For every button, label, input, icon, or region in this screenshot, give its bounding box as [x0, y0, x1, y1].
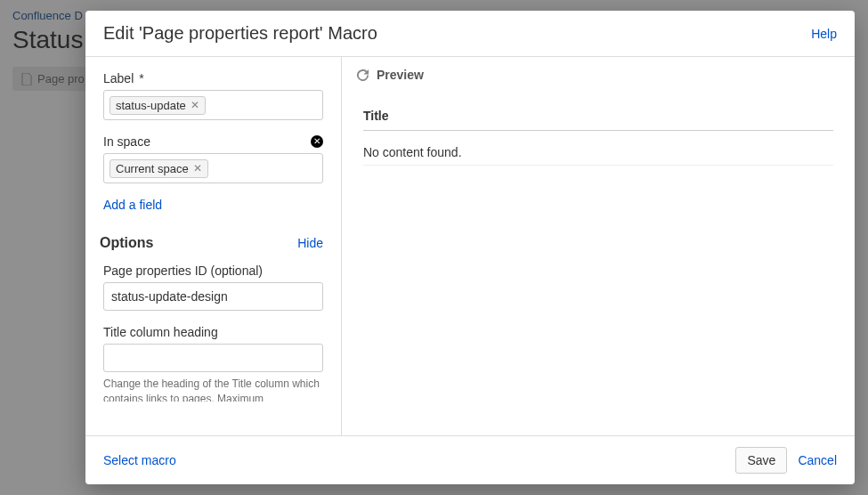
select-macro-link[interactable]: Select macro [103, 453, 176, 467]
preview-panel: Preview Title No content found. [342, 57, 855, 435]
title-col-label: Title column heading [103, 325, 218, 339]
space-token-text: Current space [116, 162, 189, 175]
label-input[interactable]: status-update ✕ [103, 90, 323, 120]
pp-id-input[interactable] [103, 282, 323, 311]
form-panel: Label * status-update ✕ In space ✕ [85, 57, 342, 435]
label-field-label: Label [103, 71, 134, 85]
preview-table-header: Title [363, 109, 833, 131]
clear-space-icon[interactable]: ✕ [311, 135, 323, 148]
space-input[interactable]: Current space ✕ [103, 153, 323, 183]
cancel-link[interactable]: Cancel [798, 453, 837, 467]
pp-id-label: Page properties ID (optional) [103, 264, 263, 278]
modal-title: Edit 'Page properties report' Macro [103, 23, 377, 44]
required-star: * [139, 71, 143, 85]
macro-editor-modal: Edit 'Page properties report' Macro Help… [85, 11, 855, 484]
remove-token-icon[interactable]: ✕ [193, 162, 202, 174]
preview-label: Preview [377, 68, 424, 82]
title-col-helper: Change the heading of the Title column w… [103, 377, 323, 402]
preview-empty-message: No content found. [363, 140, 833, 166]
options-toggle-link[interactable]: Hide [297, 236, 323, 250]
modal-header: Edit 'Page properties report' Macro Help [85, 11, 855, 57]
title-col-input[interactable] [103, 344, 323, 372]
space-field-label: In space [103, 134, 150, 149]
label-token-text: status-update [116, 99, 186, 112]
remove-token-icon[interactable]: ✕ [191, 99, 199, 111]
add-field-link[interactable]: Add a field [103, 198, 323, 212]
modal-footer: Select macro Save Cancel [85, 435, 855, 484]
space-token[interactable]: Current space ✕ [110, 159, 208, 178]
options-heading: Options [100, 235, 153, 251]
help-link[interactable]: Help [811, 27, 837, 41]
label-token[interactable]: status-update ✕ [110, 96, 206, 115]
refresh-icon[interactable] [356, 69, 369, 82]
save-button[interactable]: Save [735, 447, 787, 474]
